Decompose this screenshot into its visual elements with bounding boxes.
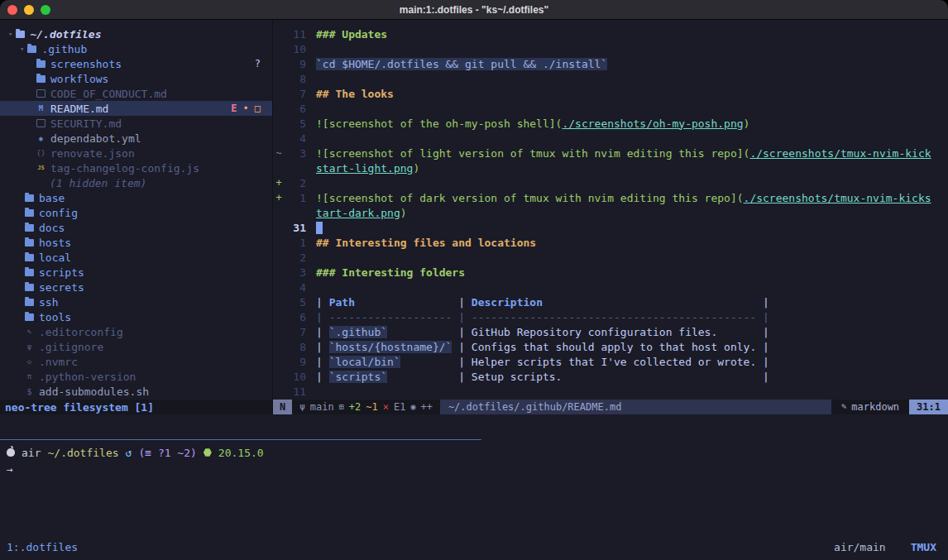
chevron-down-icon: ▾	[8, 30, 12, 38]
text-segment	[562, 371, 763, 383]
line-text: | `hosts/{hostname}/` | Configs that sho…	[316, 341, 769, 353]
line-text: | Path | Description |	[316, 296, 769, 309]
tree-item-github[interactable]: ▾.github	[0, 41, 272, 56]
text-segment: `cd $HOME/.dotfiles && git pull && ./ins…	[316, 58, 607, 70]
markdown-icon: M	[36, 104, 45, 112]
folder-icon	[25, 299, 34, 306]
prompt-input-line[interactable]: →	[7, 462, 948, 476]
tree-item-label: ssh	[39, 296, 58, 309]
line-number: 5	[285, 117, 306, 130]
tree-item-base[interactable]: base	[0, 190, 272, 205]
tmux-statusbar: 1:.dotfiles air/main TMUX	[0, 534, 948, 560]
minimize-button[interactable]	[24, 5, 34, 15]
editor-line: ~3![screenshot of light version of tmux …	[273, 146, 948, 160]
tree-item-renovate-json[interactable]: {}renovate.json	[0, 146, 272, 160]
traffic-lights	[7, 5, 50, 15]
pencil-icon: ✎	[841, 400, 847, 414]
tree-item-label: base	[39, 192, 65, 204]
tree-item-scripts[interactable]: scripts	[0, 265, 272, 280]
editor-line: 11	[273, 384, 948, 399]
diff-changed-count: ~1	[366, 400, 377, 414]
tree-item-tag-changelog-config-js[interactable]: JStag-changelog-config.js	[0, 160, 272, 175]
file-tree[interactable]: ▾~/.dotfiles▾.githubscreenshots?workflow…	[0, 20, 272, 400]
tree-item-label: .github	[41, 43, 87, 55]
tree-item-local[interactable]: local	[0, 250, 272, 265]
editor-line: +1![screenshot of dark version of tmux w…	[273, 190, 948, 205]
editor-line: 8	[273, 71, 948, 86]
text-segment: start-light.png	[316, 162, 413, 175]
tree-item-label: CODE_OF_CONDUCT.md	[50, 88, 167, 100]
editor-line: 1## Interesting files and locations	[273, 235, 948, 250]
line-text: ![screenshot of dark version of tmux wit…	[316, 192, 931, 204]
text-segment: |	[763, 296, 769, 309]
git-branch-name: main	[310, 400, 334, 414]
tree-item-tools[interactable]: tools	[0, 309, 272, 324]
text-segment: )	[744, 117, 750, 130]
terminal-window: main:1:.dotfiles - "ks~/.dotfiles" ▾~/.d…	[0, 0, 948, 560]
text-segment	[543, 296, 763, 309]
line-number: 3	[285, 147, 306, 160]
refresh-icon: ↺	[126, 447, 132, 459]
plugin-updates: ++	[420, 400, 432, 414]
text-segment: |	[458, 326, 472, 338]
tree-item-readme-md[interactable]: MREADME.mdE•□	[0, 101, 272, 116]
tree-item-security-md[interactable]: SECURITY.md	[0, 116, 272, 131]
folder-icon	[25, 209, 34, 217]
text-segment: Description	[472, 296, 543, 309]
tree-item-add-submodules-sh[interactable]: $add-submodules.sh	[0, 384, 272, 399]
text-segment: | ------------------- | ----------------…	[316, 311, 769, 323]
tree-item-dependabot-yml[interactable]: ◉dependabot.yml	[0, 131, 272, 146]
text-segment: |	[763, 326, 769, 338]
json-icon: {}	[36, 149, 45, 157]
line-number: 8	[285, 341, 306, 353]
tmux-window-label[interactable]: 1:.dotfiles	[7, 541, 78, 553]
tree-item-screenshots[interactable]: screenshots?	[0, 56, 272, 71]
folder-icon	[25, 194, 34, 202]
line-text: ### Interesting folders	[316, 266, 465, 279]
tree-item-ssh[interactable]: ssh	[0, 294, 272, 309]
line-text: | `.github` | GitHub Repository configur…	[316, 326, 769, 338]
editor-pane[interactable]: 11### Updates109`cd $HOME/.dotfiles && g…	[273, 20, 948, 414]
editor-line-current: 31	[273, 220, 948, 235]
editor-line: 5| Path | Description |	[273, 294, 948, 309]
editor-line: start-light.png)	[273, 160, 948, 175]
text-segment	[387, 326, 458, 338]
tmux-session-host: air/main	[834, 541, 886, 553]
statusline-filepath: ~/.dotfiles/.github/README.md	[440, 400, 831, 414]
shell-prompt: air ~/.dotfiles ↺ (≡ ?1 ~2) 20.15.0	[7, 445, 948, 460]
tree-item-label: dependabot.yml	[50, 132, 141, 145]
nodejs-icon	[203, 448, 212, 457]
terminal-pane[interactable]: air ~/.dotfiles ↺ (≡ ?1 ~2) 20.15.0 →	[0, 414, 948, 534]
tree-item-1-hidden-item[interactable]: (1 hidden item)	[0, 175, 272, 190]
neo-tree-statusline: neo-tree filesystem [1]	[0, 400, 272, 414]
text-segment	[756, 341, 763, 353]
tree-item-python-version[interactable]: π.python-version	[0, 369, 272, 384]
editor-buffer[interactable]: 11### Updates109`cd $HOME/.dotfiles && g…	[273, 20, 948, 400]
tree-item-config[interactable]: config	[0, 205, 272, 220]
tree-item-secrets[interactable]: secrets	[0, 280, 272, 294]
editorconfig-icon: ✎	[25, 328, 34, 336]
cursor-block	[316, 222, 323, 234]
shell-prompt-area: air ~/.dotfiles ↺ (≡ ?1 ~2) 20.15.0 →	[0, 414, 948, 476]
prompt-host: air	[22, 447, 41, 459]
tree-item-workflows[interactable]: workflows	[0, 71, 272, 86]
tree-item-gitignore[interactable]: ψ.gitignore	[0, 339, 272, 354]
tree-item-label: ~/.dotfiles	[30, 28, 101, 41]
tree-item-nvmrc[interactable]: ◇.nvmrc	[0, 354, 272, 369]
tree-item-hosts[interactable]: hosts	[0, 235, 272, 250]
tree-item-label: .editorconfig	[39, 326, 123, 338]
tree-item-editorconfig[interactable]: ✎.editorconfig	[0, 324, 272, 339]
tree-item-docs[interactable]: docs	[0, 220, 272, 235]
nvim-statusline: N ψ main ⊞ +2 ~1 × E1 ◉ ++ ~/.dotfiles/.…	[273, 400, 948, 414]
close-button[interactable]	[7, 5, 17, 15]
editor-line: 8| `hosts/{hostname}/` | Configs that sh…	[273, 339, 948, 354]
tree-item-dotfiles[interactable]: ▾~/.dotfiles	[0, 26, 272, 41]
error-icon: ×	[383, 400, 389, 414]
line-text: | `scripts` | Setup scripts. |	[316, 371, 769, 383]
tree-item-code-of-conduct-md[interactable]: CODE_OF_CONDUCT.md	[0, 86, 272, 101]
text-segment: ### Updates	[316, 28, 387, 41]
titlebar[interactable]: main:1:.dotfiles - "ks~/.dotfiles"	[0, 0, 948, 20]
line-number: 7	[285, 326, 306, 338]
prompt-path: ~/.dotfiles	[47, 447, 118, 459]
zoom-button[interactable]	[41, 5, 50, 15]
